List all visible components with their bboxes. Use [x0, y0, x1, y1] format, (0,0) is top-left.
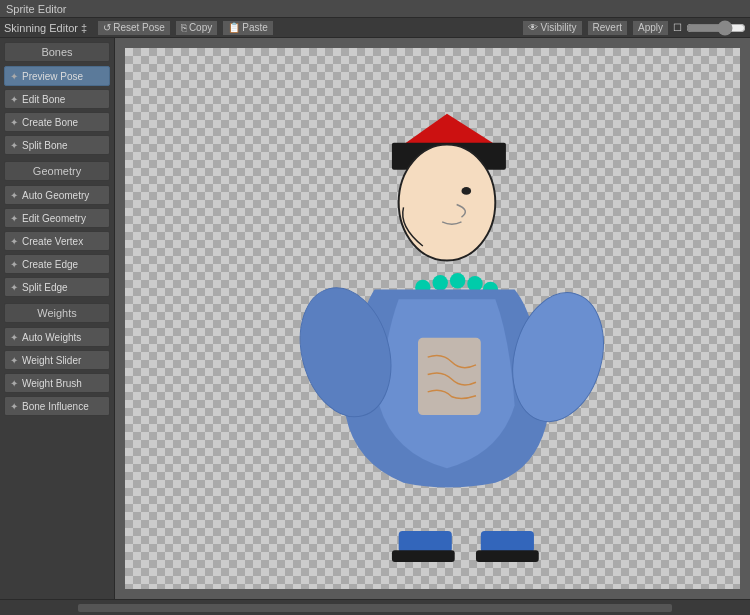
- weight-slider-button[interactable]: ✦ Weight Slider: [4, 350, 110, 370]
- geometry-section-header: Geometry: [4, 161, 110, 181]
- sidebar: Bones ✦ Preview Pose ✦ Edit Bone ✦ Creat…: [0, 38, 115, 599]
- paste-label: Paste: [242, 22, 268, 33]
- toolbar: Skinning Editor ‡ ↺ Reset Pose ⎘ Copy 📋 …: [0, 18, 750, 38]
- eye-icon: 👁: [528, 22, 538, 33]
- svg-marker-0: [404, 114, 496, 145]
- svg-rect-18: [476, 550, 539, 562]
- weight-brush-icon: ✦: [10, 378, 18, 389]
- bone-influence-icon: ✦: [10, 401, 18, 412]
- zoom-slider[interactable]: [686, 24, 746, 32]
- create-bone-icon: ✦: [10, 117, 18, 128]
- visibility-button[interactable]: 👁 Visibility: [522, 20, 583, 36]
- auto-geometry-button[interactable]: ✦ Auto Geometry: [4, 185, 110, 205]
- auto-weights-button[interactable]: ✦ Auto Weights: [4, 327, 110, 347]
- revert-button[interactable]: Revert: [587, 20, 628, 36]
- toolbar-right: 👁 Visibility Revert Apply ☐: [522, 20, 746, 36]
- horizontal-scrollbar[interactable]: [78, 604, 672, 612]
- visibility-label: Visibility: [541, 22, 577, 33]
- paste-icon: 📋: [228, 22, 240, 33]
- bone-influence-button[interactable]: ✦ Bone Influence: [4, 396, 110, 416]
- create-edge-button[interactable]: ✦ Create Edge: [4, 254, 110, 274]
- svg-point-4: [461, 187, 471, 195]
- paste-button[interactable]: 📋 Paste: [222, 20, 274, 36]
- sprite-canvas: [125, 48, 740, 589]
- split-edge-icon: ✦: [10, 282, 18, 293]
- create-bone-button[interactable]: ✦ Create Bone: [4, 112, 110, 132]
- create-vertex-icon: ✦: [10, 236, 18, 247]
- preview-pose-button[interactable]: ✦ Preview Pose: [4, 66, 110, 86]
- edit-bone-button[interactable]: ✦ Edit Bone: [4, 89, 110, 109]
- copy-label: Copy: [189, 22, 212, 33]
- reset-pose-label: Reset Pose: [113, 22, 165, 33]
- auto-geometry-icon: ✦: [10, 190, 18, 201]
- revert-label: Revert: [593, 22, 622, 33]
- svg-point-7: [450, 273, 465, 288]
- title-bar: Sprite Editor: [0, 0, 750, 18]
- svg-rect-16: [392, 550, 455, 562]
- reset-pose-icon: ↺: [103, 22, 111, 33]
- split-bone-icon: ✦: [10, 140, 18, 151]
- apply-button[interactable]: Apply: [632, 20, 669, 36]
- split-edge-button[interactable]: ✦ Split Edge: [4, 277, 110, 297]
- title-bar-text: Sprite Editor: [6, 3, 67, 15]
- preview-pose-icon: ✦: [10, 71, 18, 82]
- main-layout: Bones ✦ Preview Pose ✦ Edit Bone ✦ Creat…: [0, 38, 750, 599]
- svg-rect-17: [481, 531, 534, 552]
- edit-bone-icon: ✦: [10, 94, 18, 105]
- canvas-area[interactable]: [115, 38, 750, 599]
- weight-slider-icon: ✦: [10, 355, 18, 366]
- apply-label: Apply: [638, 22, 663, 33]
- create-vertex-button[interactable]: ✦ Create Vertex: [4, 231, 110, 251]
- auto-weights-icon: ✦: [10, 332, 18, 343]
- create-edge-icon: ✦: [10, 259, 18, 270]
- canvas-wrapper: [125, 48, 740, 589]
- copy-button[interactable]: ⎘ Copy: [175, 20, 218, 36]
- weights-section-header: Weights: [4, 303, 110, 323]
- svg-rect-15: [399, 531, 452, 552]
- checkbox-icon: ☐: [673, 22, 682, 33]
- edit-geometry-button[interactable]: ✦ Edit Geometry: [4, 208, 110, 228]
- svg-point-8: [467, 276, 482, 291]
- svg-point-6: [433, 275, 448, 290]
- weight-brush-button[interactable]: ✦ Weight Brush: [4, 373, 110, 393]
- editor-label: Skinning Editor ‡: [4, 22, 87, 34]
- reset-pose-button[interactable]: ↺ Reset Pose: [97, 20, 171, 36]
- edit-geometry-icon: ✦: [10, 213, 18, 224]
- copy-icon: ⎘: [181, 22, 187, 33]
- status-bar: [0, 599, 750, 615]
- split-bone-button[interactable]: ✦ Split Bone: [4, 135, 110, 155]
- bones-section-header: Bones: [4, 42, 110, 62]
